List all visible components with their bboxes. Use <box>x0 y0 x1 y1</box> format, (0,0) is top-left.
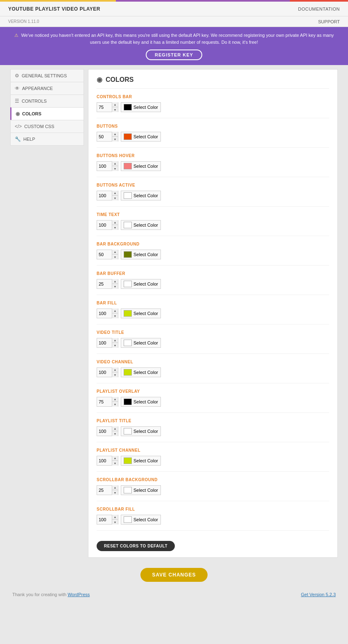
opacity-input-buttons-active[interactable] <box>97 192 112 199</box>
opacity-input-scrollbar-fill[interactable] <box>97 516 112 523</box>
opacity-down-playlist-title[interactable]: ▼ <box>112 431 118 436</box>
opacity-field-time-text: ▲▼ <box>97 220 118 230</box>
opacity-down-buttons-hover[interactable]: ▼ <box>112 166 118 171</box>
select-color-label-controls-bar: Select Color <box>133 105 158 110</box>
opacity-input-buttons-hover[interactable] <box>97 163 112 169</box>
opacity-up-video-channel[interactable]: ▲ <box>112 367 118 372</box>
reset-section: RESET COLORS TO DEFAULT <box>97 535 329 551</box>
sidebar-item-appearance[interactable]: 👁 APPEARANCE <box>10 82 84 95</box>
select-color-button-playlist-title[interactable]: Select Color <box>121 426 161 436</box>
color-row-bar-fill: BAR FILL▲▼Select Color <box>97 295 329 324</box>
opacity-down-bar-buffer[interactable]: ▼ <box>112 284 118 289</box>
opacity-down-bar-background[interactable]: ▼ <box>112 254 118 259</box>
color-swatch-bar-fill <box>124 310 132 317</box>
opacity-up-playlist-title[interactable]: ▲ <box>112 426 118 431</box>
opacity-input-video-channel[interactable] <box>97 369 112 376</box>
opacity-input-bar-buffer[interactable] <box>97 281 112 287</box>
color-swatch-buttons <box>124 133 132 140</box>
select-color-button-bar-fill[interactable]: Select Color <box>121 308 161 318</box>
sidebar-item-controls[interactable]: ☰ CONTROLS <box>10 95 84 107</box>
opacity-up-bar-fill[interactable]: ▲ <box>112 308 118 313</box>
sidebar-item-help[interactable]: 🔧 HELP <box>10 133 84 146</box>
opacity-down-controls-bar[interactable]: ▼ <box>112 107 118 112</box>
select-color-button-bar-background[interactable]: Select Color <box>121 250 161 259</box>
opacity-down-buttons-active[interactable]: ▼ <box>112 196 118 200</box>
opacity-input-video-title[interactable] <box>97 340 112 346</box>
progress-seg-2 <box>116 0 290 2</box>
wordpress-link[interactable]: WordPress <box>68 592 90 597</box>
opacity-up-video-title[interactable]: ▲ <box>112 338 118 343</box>
opacity-input-time-text[interactable] <box>97 222 112 228</box>
color-label-playlist-overlay: PLAYLIST OVERLAY <box>97 389 329 394</box>
get-version-link[interactable]: Get Version 5.2.3 <box>301 592 336 597</box>
opacity-up-buttons[interactable]: ▲ <box>112 132 118 137</box>
color-swatch-time-text <box>124 222 132 228</box>
select-color-button-buttons[interactable]: Select Color <box>121 132 161 142</box>
color-label-time-text: TIME TEXT <box>97 212 329 217</box>
progress-seg-3 <box>290 0 348 2</box>
reset-colors-button[interactable]: RESET COLORS TO DEFAULT <box>97 541 175 551</box>
eye-icon: 👁 <box>15 86 20 91</box>
color-controls-bar-background: ▲▼Select Color <box>97 250 329 259</box>
opacity-down-playlist-channel[interactable]: ▼ <box>112 461 118 466</box>
select-color-button-video-title[interactable]: Select Color <box>121 338 161 348</box>
opacity-field-video-channel: ▲▼ <box>97 367 118 377</box>
opacity-up-playlist-channel[interactable]: ▲ <box>112 456 118 461</box>
opacity-input-playlist-channel[interactable] <box>97 457 112 464</box>
sidebar-label-appearance: APPEARANCE <box>22 86 53 91</box>
opacity-up-buttons-active[interactable]: ▲ <box>112 191 118 196</box>
opacity-up-scrollbar-fill[interactable]: ▲ <box>112 515 118 520</box>
select-color-button-buttons-active[interactable]: Select Color <box>121 191 161 200</box>
select-color-button-playlist-overlay[interactable]: Select Color <box>121 397 161 407</box>
opacity-down-playlist-overlay[interactable]: ▼ <box>112 402 118 407</box>
register-key-button[interactable]: REGISTER KEY <box>146 50 202 60</box>
opacity-arrows-buttons: ▲▼ <box>112 132 118 142</box>
doc-link[interactable]: DOCUMENTATION <box>298 7 340 11</box>
select-color-label-bar-fill: Select Color <box>133 311 158 316</box>
sidebar-item-colors[interactable]: ◉ COLORS <box>10 107 84 120</box>
opacity-input-buttons[interactable] <box>97 133 112 140</box>
opacity-input-bar-background[interactable] <box>97 251 112 258</box>
select-color-button-video-channel[interactable]: Select Color <box>121 367 161 377</box>
save-changes-button[interactable]: SAVE CHANGES <box>140 568 207 582</box>
opacity-up-controls-bar[interactable]: ▲ <box>112 102 118 107</box>
opacity-down-scrollbar-background[interactable]: ▼ <box>112 490 118 495</box>
select-color-button-controls-bar[interactable]: Select Color <box>121 102 161 112</box>
opacity-down-bar-fill[interactable]: ▼ <box>112 313 118 318</box>
select-color-button-buttons-hover[interactable]: Select Color <box>121 161 161 171</box>
sidebar-item-general-settings[interactable]: ⚙ GENERAL SETTINGS <box>10 69 84 82</box>
colors-icon: ◉ <box>16 111 20 117</box>
opacity-up-buttons-hover[interactable]: ▲ <box>112 161 118 166</box>
support-link[interactable]: SUPPORT <box>318 19 340 24</box>
select-color-button-bar-buffer[interactable]: Select Color <box>121 279 161 289</box>
opacity-up-time-text[interactable]: ▲ <box>112 220 118 225</box>
sidebar-item-custom-css[interactable]: </> CUSTOM CSS <box>10 120 84 133</box>
opacity-input-controls-bar[interactable] <box>97 104 112 110</box>
progress-seg-1 <box>0 0 116 2</box>
color-label-playlist-title: PLAYLIST TITLE <box>97 419 329 423</box>
color-row-time-text: TIME TEXT▲▼Select Color <box>97 207 329 236</box>
opacity-up-bar-background[interactable]: ▲ <box>112 250 118 254</box>
opacity-up-scrollbar-background[interactable]: ▲ <box>112 485 118 490</box>
opacity-down-scrollbar-fill[interactable]: ▼ <box>112 520 118 525</box>
color-swatch-buttons-active <box>124 192 132 199</box>
select-color-button-playlist-channel[interactable]: Select Color <box>121 456 161 466</box>
select-color-button-scrollbar-fill[interactable]: Select Color <box>121 515 161 525</box>
select-color-button-time-text[interactable]: Select Color <box>121 220 161 230</box>
select-color-button-scrollbar-background[interactable]: Select Color <box>121 485 161 495</box>
opacity-input-bar-fill[interactable] <box>97 310 112 317</box>
warning-icon: ⚠ <box>14 33 18 38</box>
opacity-down-buttons[interactable]: ▼ <box>112 137 118 142</box>
color-row-playlist-title: PLAYLIST TITLE▲▼Select Color <box>97 413 329 442</box>
opacity-input-scrollbar-background[interactable] <box>97 487 112 493</box>
opacity-down-video-channel[interactable]: ▼ <box>112 372 118 377</box>
color-controls-scrollbar-fill: ▲▼Select Color <box>97 515 329 525</box>
opacity-up-bar-buffer[interactable]: ▲ <box>112 279 118 284</box>
opacity-up-playlist-overlay[interactable]: ▲ <box>112 397 118 402</box>
panel-title-text: COLORS <box>106 76 133 83</box>
opacity-down-time-text[interactable]: ▼ <box>112 225 118 230</box>
opacity-input-playlist-title[interactable] <box>97 428 112 435</box>
panel-title: ◉ COLORS <box>97 76 329 89</box>
opacity-input-playlist-overlay[interactable] <box>97 399 112 405</box>
opacity-down-video-title[interactable]: ▼ <box>112 343 118 348</box>
